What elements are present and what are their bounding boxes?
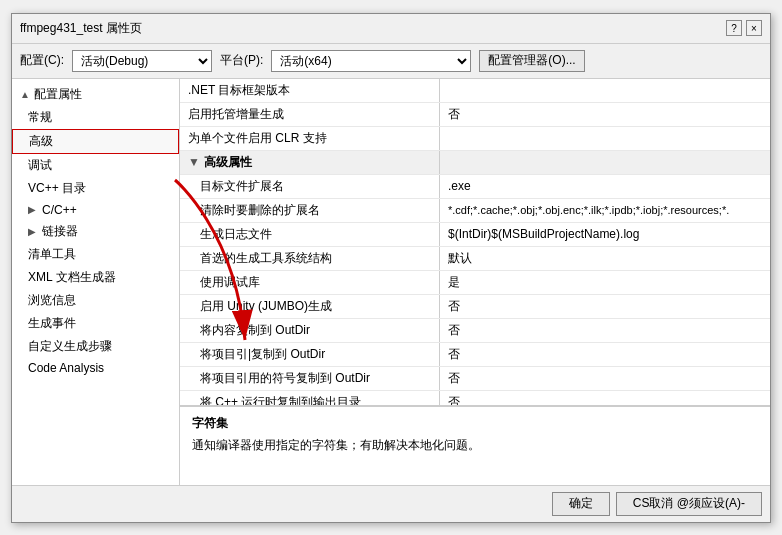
tree-item-linker-label: 链接器 bbox=[42, 223, 78, 240]
tree-item-debug-label: 调试 bbox=[28, 157, 52, 174]
prop-value-unity[interactable]: 否 bbox=[440, 295, 770, 318]
tree-item-cpp[interactable]: ▶ C/C++ bbox=[12, 200, 179, 220]
prop-value-copy-content[interactable]: 否 bbox=[440, 319, 770, 342]
platform-select[interactable]: 活动(x64) bbox=[271, 50, 471, 72]
prop-row-platform-toolset: 首选的生成工具系统结构 默认 bbox=[180, 247, 770, 271]
tree-item-debug[interactable]: 调试 bbox=[12, 154, 179, 177]
tree-item-advanced[interactable]: 高级 bbox=[12, 129, 179, 154]
prop-value-target-ext[interactable]: .exe bbox=[440, 175, 770, 198]
tree-item-custom-build-label: 自定义生成步骤 bbox=[28, 338, 112, 355]
tree-item-cpp-label: C/C++ bbox=[42, 203, 77, 217]
prop-name-managed: 启用托管增量生成 bbox=[180, 103, 440, 126]
prop-row-copy-content: 将内容复制到 OutDir 否 bbox=[180, 319, 770, 343]
prop-value-copy-symbols[interactable]: 否 bbox=[440, 367, 770, 390]
prop-row-advanced-section: ▼高级属性 bbox=[180, 151, 770, 175]
left-panel: ▲ 配置属性 常规 高级 调试 VC++ 目录 ▶ C/C++ ▶ 链接器 bbox=[12, 79, 180, 485]
description-area: 字符集 通知编译器使用指定的字符集；有助解决本地化问题。 bbox=[180, 405, 770, 485]
tree-item-general-label: 常规 bbox=[28, 109, 52, 126]
prop-value-debug-lib[interactable]: 是 bbox=[440, 271, 770, 294]
prop-value-advanced-section bbox=[440, 151, 770, 174]
prop-name-copy-runtime: 将 C++ 运行时复制到输出目录 bbox=[180, 391, 440, 405]
prop-value-clean-ext[interactable]: *.cdf;*.cache;*.obj;*.obj.enc;*.ilk;*.ip… bbox=[440, 199, 770, 222]
platform-label: 平台(P): bbox=[220, 52, 263, 69]
bottom-bar: 确定 CS取消 @须应设(A)- bbox=[12, 485, 770, 522]
tree-item-code-analysis[interactable]: Code Analysis bbox=[12, 358, 179, 378]
config-manager-button[interactable]: 配置管理器(O)... bbox=[479, 50, 584, 72]
title-bar: ffmpeg431_test 属性页 ? × bbox=[12, 14, 770, 44]
tree-item-vcpp[interactable]: VC++ 目录 bbox=[12, 177, 179, 200]
tree-item-general[interactable]: 常规 bbox=[12, 106, 179, 129]
dialog-title: ffmpeg431_test 属性页 bbox=[20, 20, 142, 37]
config-label: 配置(C): bbox=[20, 52, 64, 69]
tree-item-build-events-label: 生成事件 bbox=[28, 315, 76, 332]
prop-name-copy-content: 将内容复制到 OutDir bbox=[180, 319, 440, 342]
prop-name-platform-toolset: 首选的生成工具系统结构 bbox=[180, 247, 440, 270]
linker-expand-icon: ▶ bbox=[28, 226, 40, 237]
tree-root[interactable]: ▲ 配置属性 bbox=[12, 83, 179, 106]
prop-row-clean-ext: 清除时要删除的扩展名 *.cdf;*.cache;*.obj;*.obj.enc… bbox=[180, 199, 770, 223]
advanced-section-expand-icon: ▼ bbox=[188, 155, 200, 169]
prop-row-debug-lib: 使用调试库 是 bbox=[180, 271, 770, 295]
property-table: .NET 目标框架版本 启用托管增量生成 否 为单个文件启用 CLR 支持 ▼高… bbox=[180, 79, 770, 405]
prop-name-build-log: 生成日志文件 bbox=[180, 223, 440, 246]
tree-item-xml-label: XML 文档生成器 bbox=[28, 269, 116, 286]
close-button[interactable]: × bbox=[746, 20, 762, 36]
main-content: ▲ 配置属性 常规 高级 调试 VC++ 目录 ▶ C/C++ ▶ 链接器 bbox=[12, 79, 770, 485]
prop-value-copy-project[interactable]: 否 bbox=[440, 343, 770, 366]
description-text: 通知编译器使用指定的字符集；有助解决本地化问题。 bbox=[192, 436, 758, 454]
prop-name-advanced-section: ▼高级属性 bbox=[180, 151, 440, 174]
title-bar-buttons: ? × bbox=[726, 20, 762, 36]
cancel-button[interactable]: CS取消 @须应设(A)- bbox=[616, 492, 762, 516]
prop-row-dotnet: .NET 目标框架版本 bbox=[180, 79, 770, 103]
tree-item-custom-build[interactable]: 自定义生成步骤 bbox=[12, 335, 179, 358]
prop-row-copy-project: 将项目引|复制到 OutDir 否 bbox=[180, 343, 770, 367]
prop-value-managed[interactable]: 否 bbox=[440, 103, 770, 126]
prop-name-unity: 启用 Unity (JUMBO)生成 bbox=[180, 295, 440, 318]
tree-item-advanced-label: 高级 bbox=[29, 133, 53, 150]
prop-row-managed: 启用托管增量生成 否 bbox=[180, 103, 770, 127]
prop-value-build-log[interactable]: $(IntDir)$(MSBuildProjectName).log bbox=[440, 223, 770, 246]
prop-value-dotnet[interactable] bbox=[440, 79, 770, 102]
prop-name-copy-symbols: 将项目引用的符号复制到 OutDir bbox=[180, 367, 440, 390]
toolbar: 配置(C): 活动(Debug) 平台(P): 活动(x64) 配置管理器(O)… bbox=[12, 44, 770, 79]
config-select[interactable]: 活动(Debug) bbox=[72, 50, 212, 72]
description-title: 字符集 bbox=[192, 415, 758, 432]
tree-item-xml[interactable]: XML 文档生成器 bbox=[12, 266, 179, 289]
prop-name-dotnet: .NET 目标框架版本 bbox=[180, 79, 440, 102]
prop-value-copy-runtime[interactable]: 否 bbox=[440, 391, 770, 405]
prop-value-clr[interactable] bbox=[440, 127, 770, 150]
prop-row-build-log: 生成日志文件 $(IntDir)$(MSBuildProjectName).lo… bbox=[180, 223, 770, 247]
tree-item-linker[interactable]: ▶ 链接器 bbox=[12, 220, 179, 243]
tree-item-browse[interactable]: 浏览信息 bbox=[12, 289, 179, 312]
tree-item-code-analysis-label: Code Analysis bbox=[28, 361, 104, 375]
prop-value-platform-toolset[interactable]: 默认 bbox=[440, 247, 770, 270]
prop-row-copy-symbols: 将项目引用的符号复制到 OutDir 否 bbox=[180, 367, 770, 391]
prop-name-clean-ext: 清除时要删除的扩展名 bbox=[180, 199, 440, 222]
help-button[interactable]: ? bbox=[726, 20, 742, 36]
tree-item-vcpp-label: VC++ 目录 bbox=[28, 180, 86, 197]
tree-item-browse-label: 浏览信息 bbox=[28, 292, 76, 309]
right-panel: .NET 目标框架版本 启用托管增量生成 否 为单个文件启用 CLR 支持 ▼高… bbox=[180, 79, 770, 485]
prop-row-clr: 为单个文件启用 CLR 支持 bbox=[180, 127, 770, 151]
root-expand-icon: ▲ bbox=[20, 89, 32, 100]
tree-item-build-events[interactable]: 生成事件 bbox=[12, 312, 179, 335]
prop-name-copy-project: 将项目引|复制到 OutDir bbox=[180, 343, 440, 366]
prop-name-clr: 为单个文件启用 CLR 支持 bbox=[180, 127, 440, 150]
ok-button[interactable]: 确定 bbox=[552, 492, 610, 516]
prop-row-unity: 启用 Unity (JUMBO)生成 否 bbox=[180, 295, 770, 319]
prop-name-debug-lib: 使用调试库 bbox=[180, 271, 440, 294]
prop-name-target-ext: 目标文件扩展名 bbox=[180, 175, 440, 198]
prop-row-target-ext: 目标文件扩展名 .exe bbox=[180, 175, 770, 199]
prop-row-copy-runtime: 将 C++ 运行时复制到输出目录 否 bbox=[180, 391, 770, 405]
tree-item-manifest[interactable]: 清单工具 bbox=[12, 243, 179, 266]
tree-item-manifest-label: 清单工具 bbox=[28, 246, 76, 263]
tree-root-label: 配置属性 bbox=[34, 86, 82, 103]
dialog-window: ffmpeg431_test 属性页 ? × 配置(C): 活动(Debug) … bbox=[11, 13, 771, 523]
cpp-expand-icon: ▶ bbox=[28, 204, 40, 215]
